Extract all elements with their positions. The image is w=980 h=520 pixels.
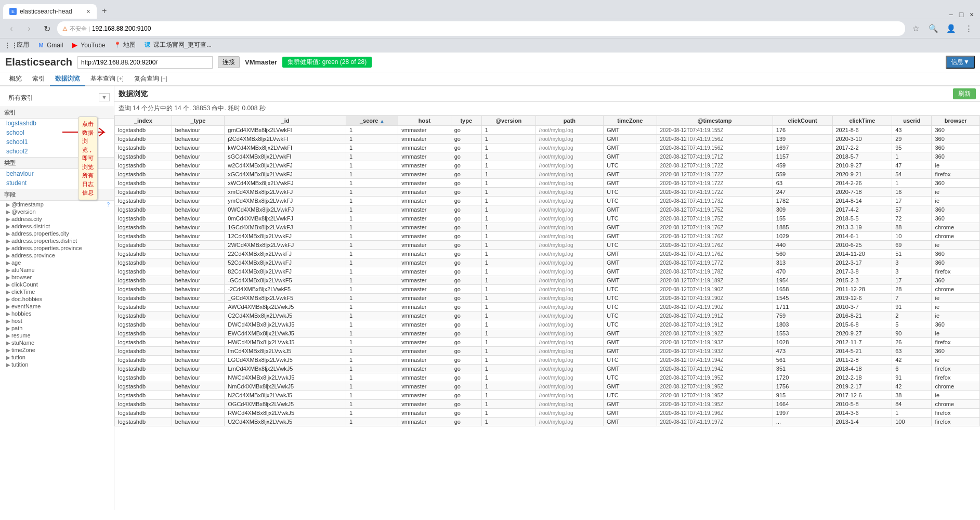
sidebar-field-stuname[interactable]: ▶ stuName [0, 339, 114, 346]
nav-overview[interactable]: 概览 [4, 72, 27, 86]
sidebar-field-address-properties-city[interactable]: ▶ address.properties.city [0, 230, 114, 237]
table-row[interactable]: logstashdbbehaviourgmCd4XMBx8ljx2LVwkFI1… [115, 126, 980, 135]
table-row[interactable]: logstashdbbehaviour52Cd4XMBx8ljx2LVwkFJ1… [115, 258, 980, 267]
sidebar-index-school2[interactable]: school2 [0, 147, 114, 156]
sidebar-field-path[interactable]: ▶ path [0, 324, 114, 332]
sidebar-type-behaviour[interactable]: behaviour [0, 169, 114, 178]
sidebar-index-school1[interactable]: school1 [0, 137, 114, 147]
col-header-browser[interactable]: browser [932, 116, 980, 126]
es-info-button[interactable]: 信息▼ [946, 56, 975, 69]
col-header-userid[interactable]: userid [892, 116, 932, 126]
user-account-icon[interactable]: 👤 [944, 21, 958, 36]
sidebar-field-browser[interactable]: ▶ browser [0, 274, 114, 281]
table-row[interactable]: logstashdbbehaviourC2Cd4XMBx8ljx2LVwkJ51… [115, 311, 980, 320]
nav-basic-query[interactable]: 基本查询 [+] [85, 72, 129, 86]
sidebar-field-address-city[interactable]: ▶ address.city [0, 215, 114, 223]
sidebar-index-logstashdb[interactable]: logstashdb [0, 119, 114, 128]
sidebar-index-school[interactable]: school [0, 128, 114, 137]
table-row[interactable]: logstashdbbehaviourImCd4XMBx8ljx2LVwkJ51… [115, 347, 980, 356]
table-row[interactable]: logstashdbbehaviourLGCd4XMBx8ljx2LVwkJ51… [115, 356, 980, 365]
field-question-icon[interactable]: ? [107, 202, 110, 207]
close-window-button[interactable]: × [968, 10, 976, 19]
bookmark-apps[interactable]: ⋮⋮ 应用 [4, 40, 32, 50]
table-row[interactable]: logstashdbbehaviourkWCd4XMBx8ljx2LVwkFI1… [115, 144, 980, 152]
new-tab-button[interactable]: + [97, 3, 112, 19]
sidebar-field-resume[interactable]: ▶ resume [0, 332, 114, 339]
col-header-index[interactable]: _index [115, 116, 172, 126]
forward-button[interactable]: › [22, 21, 36, 36]
nav-compound-query-plus[interactable]: [+] [161, 75, 167, 82]
reload-button[interactable]: ↻ [40, 21, 54, 36]
table-row[interactable]: logstashdbbehaviourj2Cd4XMBx8ljx2LVwkFI1… [115, 135, 980, 144]
table-row[interactable]: logstashdbbehaviour-2Cd4XMBx8ljx2LVwkF51… [115, 285, 980, 294]
table-row[interactable]: logstashdbbehaviourHWCd4XMBx8ljx2LVwkJ51… [115, 338, 980, 347]
sidebar-field-clickcount[interactable]: ▶ clickCount [0, 281, 114, 288]
maximize-button[interactable]: □ [957, 10, 965, 19]
col-header-clicktime[interactable]: clickTime [832, 116, 892, 126]
back-button[interactable]: ‹ [4, 21, 19, 36]
table-row[interactable]: logstashdbbehaviourxWCd4XMBx8ljx2LVwkFJ1… [115, 179, 980, 188]
tab-close-button[interactable]: × [86, 7, 90, 16]
address-bar-input[interactable] [92, 25, 900, 32]
col-header-host[interactable]: host [398, 116, 451, 126]
col-header-id[interactable]: _id [225, 116, 346, 126]
table-row[interactable]: logstashdbbehaviour_GCd4XMBx8ljx2LVwkF51… [115, 294, 980, 303]
sidebar-dropdown-button[interactable]: ▼ [99, 93, 110, 101]
table-row[interactable]: logstashdbbehaviourxmCd4XMBx8ljx2LVwkFJ1… [115, 188, 980, 197]
sidebar-field-address-province[interactable]: ▶ address.province [0, 252, 114, 259]
col-header-timestamp[interactable]: @timestamp [657, 116, 773, 126]
table-row[interactable]: logstashdbbehaviourNWCd4XMBx8ljx2LVwkJ51… [115, 373, 980, 382]
table-row[interactable]: logstashdbbehaviourN2Cd4XMBx8ljx2LVwkJ51… [115, 391, 980, 400]
col-header-path[interactable]: path [535, 116, 603, 126]
table-row[interactable]: logstashdbbehaviourAWCd4XMBx8ljx2LVwkJ51… [115, 303, 980, 311]
bookmark-ketang[interactable]: 课 课工场官网_更可查... [141, 40, 215, 50]
table-row[interactable]: logstashdbbehaviour0mCd4XMBx8ljx2LVwkFJ1… [115, 214, 980, 223]
browser-tab[interactable]: E elasticsearch-head × [3, 4, 97, 19]
sidebar-field-doc-hobbies[interactable]: ▶ doc.hobbies [0, 295, 114, 303]
sidebar-field-clicktime[interactable]: ▶ clickTime [0, 288, 114, 295]
sidebar-field-version[interactable]: ▶ @version [0, 208, 114, 215]
sidebar-field-age[interactable]: ▶ age [0, 259, 114, 266]
col-header-timezone[interactable]: timeZone [604, 116, 657, 126]
sidebar-field-atuname[interactable]: ▶ atuName [0, 266, 114, 274]
menu-icon[interactable]: ⋮ [961, 21, 976, 36]
col-header-type2[interactable]: type [451, 116, 481, 126]
table-row[interactable]: logstashdbbehaviour82Cd4XMBx8ljx2LVwkFJ1… [115, 267, 980, 276]
sidebar-field-tutition[interactable]: ▶ tutition [0, 361, 114, 368]
table-row[interactable]: logstashdbbehaviour0WCd4XMBx8ljx2LVwkFJ1… [115, 205, 980, 214]
sidebar-field-host[interactable]: ▶ host [0, 317, 114, 324]
sidebar-field-timestamp[interactable]: ▶ @timestamp ? [0, 201, 114, 208]
nav-compound-query[interactable]: 复合查询 [+] [129, 72, 173, 86]
bookmark-star-icon[interactable]: ☆ [908, 21, 923, 36]
table-row[interactable]: logstashdbbehaviourDWCd4XMBx8ljx2LVwkJ51… [115, 320, 980, 329]
sidebar-field-eventname[interactable]: ▶ eventName [0, 303, 114, 310]
table-row[interactable]: logstashdbbehavioursGCd4XMBx8ljx2LVwkFI1… [115, 152, 980, 161]
minimize-button[interactable]: − [947, 10, 955, 19]
sidebar-field-address-properties-district[interactable]: ▶ address.properties.district [0, 237, 114, 244]
bookmark-gmail[interactable]: M Gmail [34, 41, 66, 50]
table-row[interactable]: logstashdbbehaviourRWCd4XMBx8ljx2LVwkJ51… [115, 409, 980, 418]
table-row[interactable]: logstashdbbehaviour-GCd4XMBx8ljx2LVwkF51… [115, 276, 980, 285]
table-row[interactable]: logstashdbbehaviourU2Cd4XMBx8ljx2LVwkJ51… [115, 418, 980, 426]
sidebar-field-timezone[interactable]: ▶ timeZone [0, 346, 114, 354]
es-connect-button[interactable]: 连接 [218, 56, 240, 68]
table-row[interactable]: logstashdbbehaviourLmCd4XMBx8ljx2LVwkJ51… [115, 365, 980, 373]
sidebar-field-address-district[interactable]: ▶ address.district [0, 223, 114, 230]
bookmark-maps[interactable]: 📍 地图 [111, 40, 139, 50]
db-refresh-button[interactable]: 刷新 [953, 88, 976, 99]
sidebar-type-student[interactable]: student [0, 178, 114, 188]
col-header-score[interactable]: _score ▲ [346, 116, 398, 126]
table-row[interactable]: logstashdbbehaviourw2Cd4XMBx8ljx2LVwkFJ1… [115, 161, 980, 170]
table-row[interactable]: logstashdbbehaviourxGCd4XMBx8ljx2LVwkFJ1… [115, 170, 980, 179]
es-url-input[interactable] [77, 56, 213, 69]
nav-index[interactable]: 索引 [27, 72, 50, 86]
table-row[interactable]: logstashdbbehaviour2WCd4XMBx8ljx2LVwkFJ1… [115, 241, 980, 250]
bookmark-youtube[interactable]: ▶ YouTube [68, 41, 108, 50]
table-row[interactable]: logstashdbbehaviourNmCd4XMBx8ljx2LVwkJ51… [115, 382, 980, 391]
sidebar-field-hobbies[interactable]: ▶ hobbies [0, 310, 114, 317]
nav-data-browser[interactable]: 数据浏览 [50, 72, 85, 86]
sidebar-field-address-properties-province[interactable]: ▶ address.properties.province [0, 244, 114, 252]
col-header-type[interactable]: _type [172, 116, 225, 126]
nav-basic-query-plus[interactable]: [+] [117, 75, 124, 82]
table-row[interactable]: logstashdbbehaviourymCd4XMBx8ljx2LVwkFJ1… [115, 197, 980, 205]
